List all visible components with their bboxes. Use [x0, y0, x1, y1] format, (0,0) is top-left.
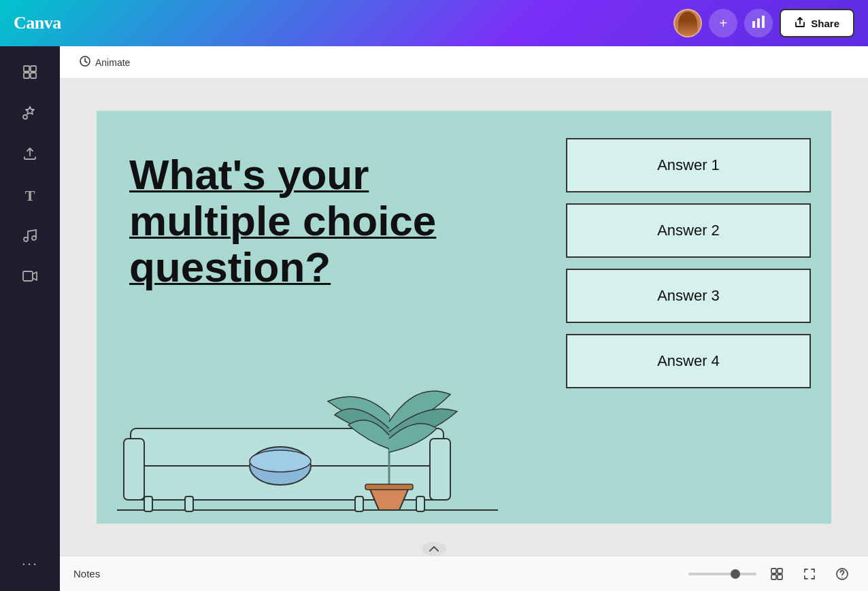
- svg-rect-28: [778, 575, 782, 579]
- animate-icon: [79, 55, 91, 69]
- add-button[interactable]: +: [709, 9, 737, 37]
- answer-2[interactable]: Answer 2: [566, 203, 811, 258]
- illustration: [117, 360, 512, 524]
- pages-icon: [22, 64, 38, 83]
- svg-rect-16: [430, 439, 450, 500]
- grid-view-button[interactable]: [765, 562, 789, 586]
- toolbar: Animate: [60, 46, 868, 79]
- main-canvas: What's your multiple choice question? An…: [60, 79, 868, 556]
- analytics-button[interactable]: [744, 9, 773, 37]
- animate-label: Animate: [95, 57, 130, 68]
- svg-rect-19: [355, 496, 363, 511]
- sidebar-item-text[interactable]: T: [8, 177, 52, 215]
- svg-rect-10: [23, 271, 33, 281]
- more-icon: ···: [22, 556, 38, 571]
- animate-button[interactable]: Animate: [71, 51, 138, 73]
- chevron-up-button[interactable]: [422, 542, 446, 556]
- sidebar-item-elements[interactable]: [8, 95, 52, 133]
- share-icon: [795, 17, 805, 30]
- sidebar-item-uploads[interactable]: [8, 136, 52, 174]
- answer-1[interactable]: Answer 1: [566, 138, 811, 192]
- video-icon: [22, 268, 38, 287]
- text-icon: T: [25, 188, 35, 203]
- elements-icon: [22, 105, 38, 124]
- header-actions: + Share: [673, 9, 854, 37]
- answers-container: Answer 1 Answer 2 Answer 3 Answer 4: [566, 138, 811, 388]
- answer-3[interactable]: Answer 3: [566, 269, 811, 323]
- avatar: [673, 9, 702, 37]
- svg-rect-6: [31, 73, 36, 78]
- svg-point-8: [24, 237, 28, 241]
- svg-rect-17: [144, 496, 152, 511]
- svg-rect-26: [778, 569, 782, 573]
- svg-point-30: [841, 577, 843, 578]
- question-text[interactable]: What's your multiple choice question?: [129, 152, 510, 291]
- sidebar: T ···: [0, 46, 60, 591]
- svg-rect-5: [24, 73, 29, 78]
- zoom-thumb[interactable]: [731, 569, 740, 579]
- notes-label: Notes: [73, 568, 100, 579]
- sidebar-item-pages[interactable]: [8, 54, 52, 92]
- logo: Canva: [14, 13, 663, 33]
- svg-rect-15: [124, 439, 144, 500]
- svg-rect-24: [365, 484, 413, 490]
- sidebar-item-audio[interactable]: [8, 218, 52, 256]
- svg-rect-25: [771, 569, 776, 573]
- slide[interactable]: What's your multiple choice question? An…: [97, 111, 831, 524]
- header: Canva + Share: [0, 0, 868, 46]
- help-button[interactable]: [830, 562, 854, 586]
- couch-svg: [117, 360, 498, 524]
- zoom-slider-container: [688, 573, 756, 575]
- fullscreen-button[interactable]: [797, 562, 822, 586]
- svg-rect-0: [752, 21, 755, 28]
- bottom-bar: Notes: [60, 556, 868, 591]
- svg-rect-18: [185, 496, 193, 511]
- sidebar-item-more[interactable]: ···: [8, 545, 52, 583]
- upload-icon: [22, 146, 38, 165]
- svg-rect-2: [762, 16, 765, 28]
- share-button[interactable]: Share: [780, 9, 854, 37]
- svg-rect-20: [416, 496, 424, 511]
- audio-icon: [22, 227, 38, 246]
- zoom-track[interactable]: [688, 573, 756, 575]
- svg-rect-3: [24, 66, 29, 71]
- svg-point-7: [23, 115, 27, 119]
- question-area: What's your multiple choice question?: [129, 152, 510, 291]
- svg-rect-4: [31, 66, 36, 71]
- svg-point-22: [250, 450, 311, 472]
- svg-rect-1: [757, 18, 760, 28]
- sidebar-item-video[interactable]: [8, 258, 52, 297]
- answer-4[interactable]: Answer 4: [566, 334, 811, 388]
- share-label: Share: [811, 18, 839, 29]
- svg-rect-27: [771, 575, 776, 579]
- plus-icon: +: [719, 16, 727, 31]
- chart-icon: [751, 14, 766, 33]
